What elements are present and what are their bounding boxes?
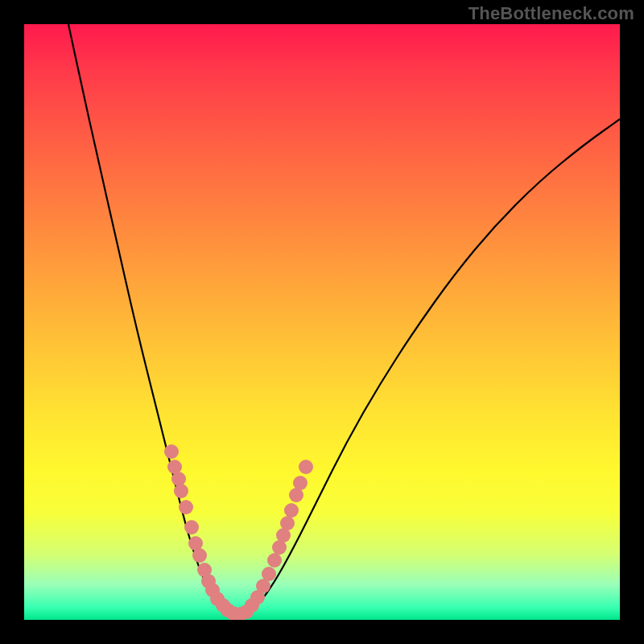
data-dot [293, 476, 308, 490]
data-dot [171, 472, 186, 486]
data-dot [262, 567, 276, 581]
data-dot [164, 444, 179, 459]
data-dot [299, 460, 313, 474]
data-dot [174, 484, 188, 498]
data-dot [284, 503, 299, 518]
data-dots [164, 444, 313, 620]
data-dot [179, 500, 193, 514]
bottleneck-curve [68, 24, 620, 615]
data-dot [184, 520, 199, 535]
chart-area [24, 24, 620, 620]
data-dot [192, 548, 207, 563]
chart-svg [24, 24, 620, 620]
data-dot [280, 516, 295, 530]
data-dot [267, 553, 282, 568]
watermark-text: TheBottleneck.com [469, 3, 634, 24]
